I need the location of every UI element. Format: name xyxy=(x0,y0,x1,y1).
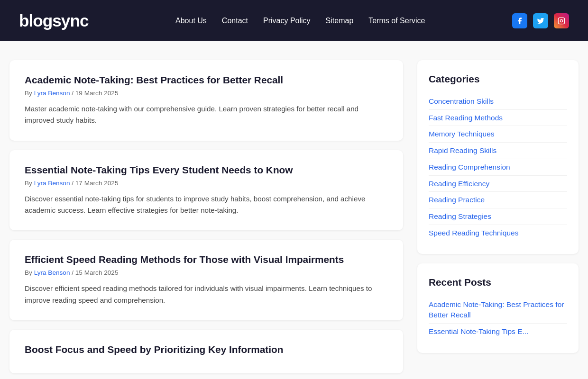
article-meta: By Lyra Benson / 15 March 2025 xyxy=(25,269,388,276)
category-link[interactable]: Fast Reading Methods xyxy=(429,110,567,126)
site-logo[interactable]: blogsync xyxy=(19,11,88,30)
sidebar: Categories Concentration Skills Fast Rea… xyxy=(417,60,579,373)
category-link[interactable]: Concentration Skills xyxy=(429,93,567,110)
author-link[interactable]: Lyra Benson xyxy=(34,90,70,97)
recent-posts-section: Recent Posts Academic Note-Taking: Best … xyxy=(417,263,579,352)
article-date: 19 March 2025 xyxy=(75,90,119,97)
svg-point-1 xyxy=(560,19,562,22)
twitter-icon[interactable] xyxy=(533,13,548,28)
main-nav: About Us Contact Privacy Policy Sitemap … xyxy=(175,17,425,25)
article-meta: By Lyra Benson / 17 March 2025 xyxy=(25,180,388,187)
recent-post-link[interactable]: Essential Note-Taking Tips E... xyxy=(429,324,567,340)
author-link[interactable]: Lyra Benson xyxy=(34,180,70,187)
article-excerpt: Master academic note-taking with our com… xyxy=(25,103,388,126)
article-card: Essential Note-Taking Tips Every Student… xyxy=(9,150,403,231)
categories-title: Categories xyxy=(429,73,567,85)
article-card: Efficient Speed Reading Methods for Thos… xyxy=(9,240,403,320)
categories-section: Categories Concentration Skills Fast Rea… xyxy=(417,60,579,254)
nav-sitemap[interactable]: Sitemap xyxy=(326,17,354,25)
author-link[interactable]: Lyra Benson xyxy=(34,269,70,276)
svg-point-2 xyxy=(563,18,563,19)
category-link[interactable]: Memory Techniques xyxy=(429,126,567,143)
facebook-icon[interactable] xyxy=(512,13,527,28)
recent-post-link[interactable]: Academic Note-Taking: Best Practices for… xyxy=(429,297,567,323)
category-link[interactable]: Rapid Reading Skills xyxy=(429,143,567,159)
page-layout: Academic Note-Taking: Best Practices for… xyxy=(0,41,588,379)
article-date: 17 March 2025 xyxy=(75,180,119,187)
category-link[interactable]: Reading Comprehension xyxy=(429,159,567,176)
site-header: blogsync About Us Contact Privacy Policy… xyxy=(0,0,588,41)
article-card-partial: Boost Focus and Speed by Prioritizing Ke… xyxy=(9,330,403,373)
social-icons-group xyxy=(512,13,569,28)
article-title[interactable]: Essential Note-Taking Tips Every Student… xyxy=(25,164,388,176)
article-date: 15 March 2025 xyxy=(75,269,119,276)
nav-about[interactable]: About Us xyxy=(175,17,207,25)
category-link[interactable]: Reading Efficiency xyxy=(429,176,567,192)
article-excerpt: Discover efficient speed reading methods… xyxy=(25,283,388,306)
instagram-icon[interactable] xyxy=(554,13,569,28)
article-card: Academic Note-Taking: Best Practices for… xyxy=(9,60,403,141)
nav-terms[interactable]: Terms of Service xyxy=(368,17,425,25)
article-meta: By Lyra Benson / 19 March 2025 xyxy=(25,90,388,97)
category-link[interactable]: Reading Practice xyxy=(429,192,567,208)
category-link[interactable]: Speed Reading Techniques xyxy=(429,225,567,241)
category-link[interactable]: Reading Strategies xyxy=(429,208,567,225)
nav-contact[interactable]: Contact xyxy=(222,17,248,25)
articles-list: Academic Note-Taking: Best Practices for… xyxy=(9,60,403,373)
recent-posts-title: Recent Posts xyxy=(429,277,567,288)
article-excerpt: Discover essential note-taking tips for … xyxy=(25,193,388,217)
article-title[interactable]: Academic Note-Taking: Best Practices for… xyxy=(25,74,388,86)
nav-privacy[interactable]: Privacy Policy xyxy=(263,17,311,25)
article-title[interactable]: Boost Focus and Speed by Prioritizing Ke… xyxy=(25,344,388,355)
article-title[interactable]: Efficient Speed Reading Methods for Thos… xyxy=(25,254,388,265)
svg-rect-0 xyxy=(558,18,564,24)
